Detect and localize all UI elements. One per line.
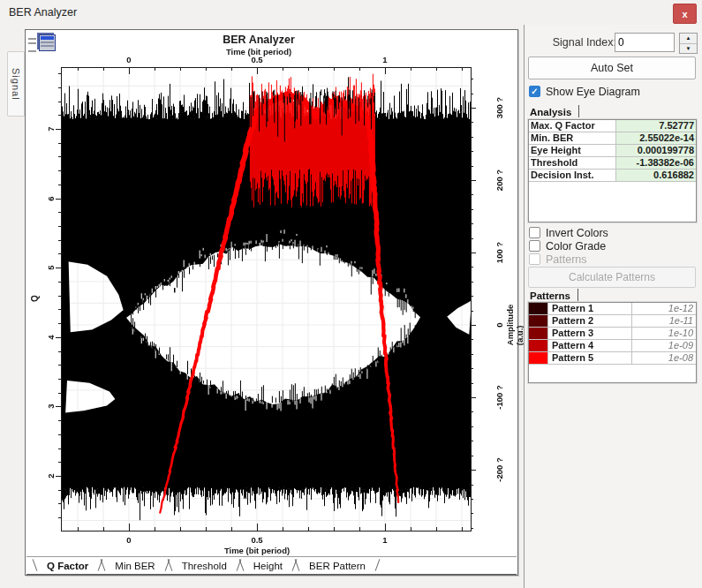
- analysis-row: Max. Q Factor7.52777: [529, 120, 696, 132]
- x-tick-top: 0.5: [251, 55, 262, 64]
- pattern-name: Pattern 3: [548, 328, 632, 339]
- title-bar: BER Analyzer x: [0, 0, 702, 25]
- patterns-table: Pattern 11e-12Pattern 21e-11Pattern 31e-…: [528, 302, 697, 383]
- pattern-value: 1e-08: [632, 352, 696, 364]
- analysis-table: Max. Q Factor7.52777Min. BER2.55022e-14E…: [528, 119, 697, 222]
- analysis-value: 0.616882: [616, 170, 696, 181]
- ber-analyzer-window: { "window": { "title": "BER Analyzer", "…: [0, 0, 702, 588]
- patterns-checkbox-label: Patterns: [546, 253, 587, 266]
- amplitude-tick: 300 ?: [494, 97, 504, 118]
- close-button[interactable]: x: [673, 4, 697, 24]
- calculate-patterns-button[interactable]: Calculate Patterns: [528, 267, 696, 288]
- pattern-row: Pattern 21e-11: [529, 315, 696, 328]
- x-tick-bottom: 1: [382, 535, 387, 545]
- x-tick-top: 1: [382, 55, 387, 64]
- analysis-name: Decision Inst.: [529, 170, 616, 181]
- pattern-value: 1e-12: [632, 303, 696, 314]
- spinner-up-button[interactable]: ▲: [680, 34, 697, 43]
- color-grade-label: Color Grade: [546, 240, 606, 253]
- show-eye-diagram-row: ✓ Show Eye Diagram: [529, 85, 640, 98]
- check-icon: ✓: [531, 87, 538, 96]
- show-eye-diagram-checkbox[interactable]: ✓: [529, 86, 540, 97]
- pattern-value: 1e-10: [632, 328, 696, 339]
- sidebar-tab-signal[interactable]: Signal: [7, 51, 25, 117]
- signal-index-label: Signal Index:: [553, 36, 616, 49]
- q-tick: 2: [46, 473, 56, 478]
- patterns-tab[interactable]: Patterns: [530, 288, 578, 301]
- invert-colors-checkbox[interactable]: [529, 227, 540, 238]
- pattern-row: Pattern 51e-08: [529, 352, 696, 365]
- amplitude-tick: 100 ?: [494, 242, 504, 263]
- tab-ber-pattern[interactable]: BER Pattern: [296, 557, 379, 574]
- spinner-down-button[interactable]: ▼: [680, 43, 697, 54]
- q-tick: 5: [46, 266, 56, 270]
- color-grade-row: Color Grade: [529, 239, 606, 253]
- signal-index-spinner: ▲ ▼: [679, 33, 698, 54]
- analysis-row: Decision Inst.0.616882: [529, 170, 696, 182]
- amplitude-tick: 200 ?: [494, 170, 504, 191]
- control-panel: Signal Index: ▲ ▼ Auto Set ✓ Show Eye Di…: [524, 25, 702, 588]
- signal-index-input[interactable]: [615, 33, 675, 52]
- left-axis-label: Q: [30, 295, 40, 302]
- pattern-color-swatch: [529, 328, 548, 339]
- amplitude-tick: -100 ?: [494, 385, 504, 409]
- analysis-row: Eye Height0.000199778: [529, 145, 696, 157]
- graph-toolbar-icon[interactable]: [39, 34, 56, 51]
- pattern-value: 1e-11: [632, 315, 696, 327]
- tab-divider: [578, 105, 579, 117]
- tab-divider: [577, 289, 578, 301]
- analysis-name: Min. BER: [529, 132, 616, 144]
- signal-index-row: Signal Index: ▲ ▼: [528, 33, 698, 52]
- analysis-row: Min. BER2.55022e-14: [529, 132, 696, 145]
- pattern-name: Pattern 4: [548, 340, 632, 351]
- x-tick-bottom: 0.5: [251, 535, 262, 545]
- chart-title: BER Analyzer: [223, 34, 295, 46]
- panel-grip-icon: [28, 38, 36, 52]
- q-tick: 3: [46, 404, 56, 409]
- tab-q-factor[interactable]: Q Factor: [34, 557, 102, 574]
- result-tab-strip: Q FactorMin BERThresholdHeightBER Patter…: [26, 556, 517, 575]
- pattern-name: Pattern 5: [548, 352, 632, 364]
- pattern-value: 1e-09: [632, 340, 696, 351]
- pattern-name: Pattern 2: [548, 315, 632, 327]
- sidebar-tab-signal-label: Signal: [11, 68, 21, 101]
- amplitude-tick: -200 ?: [494, 457, 504, 481]
- pattern-row: Pattern 41e-09: [529, 340, 696, 352]
- right-axis-label: Amplitude (a.u.): [505, 305, 525, 345]
- patterns-row: Patterns: [529, 253, 587, 266]
- color-grade-checkbox[interactable]: [529, 240, 540, 252]
- pattern-color-swatch: [529, 303, 548, 314]
- pattern-color-swatch: [529, 315, 548, 327]
- analysis-row: Threshold-1.38382e-06: [529, 157, 696, 170]
- analysis-name: Eye Height: [529, 145, 616, 156]
- pattern-color-swatch: [529, 340, 548, 351]
- analysis-value: 7.52777: [616, 120, 696, 132]
- analysis-value: 0.000199778: [616, 145, 696, 156]
- invert-colors-label: Invert Colors: [546, 227, 608, 239]
- pattern-name: Pattern 1: [548, 303, 632, 314]
- pattern-row: Pattern 11e-12: [529, 303, 696, 315]
- patterns-checkbox[interactable]: [529, 253, 540, 265]
- x-tick-top: 0: [126, 55, 131, 64]
- pattern-row: Pattern 31e-10: [529, 328, 696, 340]
- arrow-up-icon: ▲: [686, 35, 691, 41]
- eye-diagram-canvas: [26, 30, 517, 575]
- q-tick: 4: [46, 335, 56, 339]
- analysis-value: 2.55022e-14: [616, 132, 696, 144]
- analysis-value: -1.38382e-06: [616, 157, 696, 169]
- analysis-name: Threshold: [529, 157, 616, 169]
- analysis-tab[interactable]: Analysis: [530, 104, 579, 117]
- show-eye-diagram-label: Show Eye Diagram: [546, 86, 640, 98]
- pattern-color-swatch: [529, 352, 548, 364]
- auto-set-button[interactable]: Auto Set: [528, 57, 696, 79]
- analysis-name: Max. Q Factor: [529, 120, 616, 132]
- tab-min-ber[interactable]: Min BER: [102, 557, 168, 574]
- window-title: BER Analyzer: [9, 6, 77, 19]
- amplitude-tick: 0: [494, 322, 504, 327]
- tab-threshold[interactable]: Threshold: [169, 557, 240, 574]
- arrow-down-icon: ▼: [686, 46, 691, 51]
- x-axis-label: Time (bit period): [224, 546, 290, 555]
- x-tick-bottom: 0: [126, 535, 131, 545]
- q-tick: 7: [46, 126, 56, 131]
- tab-height[interactable]: Height: [240, 557, 296, 574]
